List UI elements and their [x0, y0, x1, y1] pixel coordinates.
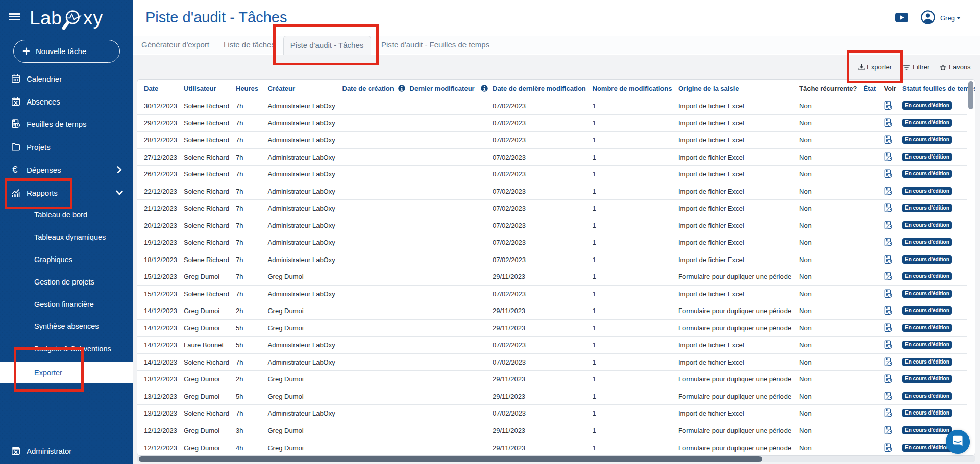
- cell: Solene Richard: [184, 239, 229, 246]
- filter-button[interactable]: Filtrer: [903, 63, 929, 72]
- cell: Administrateur LabOxy: [268, 153, 335, 161]
- col-dernier-modificateur[interactable]: Dernier modificateur: [410, 85, 475, 92]
- info-icon[interactable]: [481, 85, 488, 92]
- calendar-x-icon: [11, 446, 20, 455]
- sidebar-subitem-graphiques[interactable]: Graphiques: [0, 248, 133, 271]
- cell: 7h: [236, 290, 243, 297]
- view-history-icon[interactable]: [884, 272, 893, 281]
- tab-generateur-export[interactable]: Générateur d'export: [141, 36, 209, 54]
- cell: 1: [593, 426, 596, 434]
- user-avatar-icon[interactable]: [921, 10, 935, 24]
- sidebar-subitem-budgets-subventions[interactable]: Budgets & Subventions: [0, 338, 133, 360]
- view-history-icon[interactable]: [884, 135, 893, 144]
- status-badge: En cours d'édition: [902, 306, 952, 315]
- view-history-icon[interactable]: [884, 323, 893, 332]
- status-badge: En cours d'édition: [902, 187, 952, 195]
- cell: 7h: [236, 204, 243, 212]
- sidebar-subitem-tableau-de-bord[interactable]: Tableau de bord: [0, 203, 133, 226]
- view-history-icon[interactable]: [884, 203, 893, 213]
- table-card: Date Utilisateur Heures Créateur Date de…: [137, 79, 975, 456]
- cell: Non: [799, 153, 812, 161]
- cell: Greg Dumoi: [184, 324, 219, 331]
- cell: 07/02/2023: [493, 341, 526, 349]
- view-history-icon[interactable]: [884, 221, 893, 230]
- sidebar-item-administrator[interactable]: Administrator: [0, 440, 133, 462]
- col-date[interactable]: Date: [144, 85, 158, 92]
- sidebar-item-depenses[interactable]: € Dépenses: [0, 159, 133, 181]
- table-row: 14/12/2023Greg Dumoi5hGreg Dumoi29/11/20…: [137, 320, 967, 337]
- table-row: 12/12/2023Greg Dumoi4hGreg Dumoi29/11/20…: [137, 439, 967, 456]
- sidebar-subitem-gestion-de-projets[interactable]: Gestion de projets: [0, 271, 133, 293]
- col-statut-feuilles[interactable]: Statut feuilles de temps: [902, 85, 975, 92]
- sidebar-item-feuilles-de-temps[interactable]: Feuilles de temps: [0, 113, 133, 135]
- cell: 29/11/2023: [493, 307, 525, 315]
- col-origine-saisie[interactable]: Origine de la saisie: [678, 85, 739, 92]
- view-history-icon[interactable]: [884, 426, 893, 435]
- cell: 07/02/2023: [493, 153, 526, 161]
- table-row: 15/12/2023Solene Richard7hAdministrateur…: [137, 286, 967, 303]
- sidebar-subitem-tableaux-dynamiques[interactable]: Tableaux dynamiques: [0, 226, 133, 248]
- logo-text-xy: xy: [83, 8, 103, 29]
- tab-liste-de-taches[interactable]: Liste de tâches: [224, 36, 275, 54]
- view-history-icon[interactable]: [884, 374, 893, 383]
- view-history-icon[interactable]: [884, 187, 893, 196]
- view-history-icon[interactable]: [884, 289, 893, 298]
- sidebar-item-absences[interactable]: Absences: [0, 90, 133, 113]
- view-history-icon[interactable]: [884, 443, 893, 452]
- table-row: 14/12/2023Laure Bonnet5hAdministrateur L…: [137, 337, 967, 354]
- user-menu[interactable]: Greg: [940, 13, 961, 22]
- cell: Administrateur LabOxy: [268, 358, 335, 366]
- cell: 07/02/2023: [493, 255, 526, 263]
- col-date-derniere-modification[interactable]: Date de dernière modification: [493, 85, 586, 92]
- cell: 2h: [236, 307, 243, 315]
- view-history-icon[interactable]: [884, 169, 893, 178]
- cell: 14/12/2023: [144, 324, 177, 331]
- vertical-scrollbar-thumb[interactable]: [968, 81, 973, 109]
- cell: 07/02/2023: [493, 221, 526, 229]
- plus-icon: [22, 47, 30, 55]
- cell: Greg Dumoi: [268, 273, 304, 280]
- tab-piste-audit-feuilles[interactable]: Piste d'audit - Feuilles de temps: [381, 36, 489, 54]
- sidebar-subitem-gestion-financiere[interactable]: Gestion financière: [0, 293, 133, 316]
- view-history-icon[interactable]: [884, 152, 893, 162]
- view-history-icon[interactable]: [884, 340, 893, 349]
- cell: Non: [799, 102, 812, 110]
- view-history-icon[interactable]: [884, 238, 893, 247]
- cell: Non: [799, 204, 812, 212]
- cell: 1: [593, 290, 596, 297]
- sidebar-item-projets[interactable]: Projets: [0, 136, 133, 158]
- horizontal-scrollbar-thumb[interactable]: [139, 456, 762, 462]
- col-utilisateur[interactable]: Utilisateur: [184, 85, 216, 92]
- view-history-icon[interactable]: [884, 408, 893, 418]
- favorites-button[interactable]: Favoris: [940, 63, 971, 72]
- col-nombre-modifications[interactable]: Nombre de modifications: [593, 85, 672, 92]
- col-etat[interactable]: État: [864, 85, 876, 92]
- cell: 1: [593, 119, 596, 126]
- col-createur[interactable]: Créateur: [268, 85, 295, 92]
- tab-piste-audit-taches[interactable]: Piste d'audit - Tâches: [283, 36, 371, 55]
- cell: 7h: [236, 358, 243, 366]
- sidebar-subitem-synthese-absences[interactable]: Synthèse absences: [0, 315, 133, 338]
- sidebar-item-rapports[interactable]: Rapports: [0, 182, 133, 204]
- cell: 1: [593, 153, 596, 161]
- view-history-icon[interactable]: [884, 101, 893, 110]
- sidebar-item-calendrier[interactable]: Calendrier: [0, 67, 133, 90]
- view-history-icon[interactable]: [884, 306, 893, 315]
- euro-icon: €: [11, 165, 20, 174]
- info-icon[interactable]: [398, 85, 405, 92]
- cell: 4h: [236, 444, 243, 451]
- horizontal-scrollbar-track[interactable]: [137, 456, 975, 462]
- chat-bubble-button[interactable]: [946, 430, 970, 454]
- new-task-button[interactable]: Nouvelle tâche: [13, 40, 120, 63]
- cell: Import de fichier Excel: [678, 119, 744, 126]
- col-heures[interactable]: Heures: [236, 85, 258, 92]
- view-history-icon[interactable]: [884, 118, 893, 127]
- col-date-creation[interactable]: Date de création: [342, 85, 394, 92]
- cell: 20/12/2023: [144, 221, 177, 229]
- sidebar-subitem-exporter[interactable]: Exporter: [0, 362, 133, 383]
- view-history-icon[interactable]: [884, 357, 893, 367]
- export-button[interactable]: Exporter: [858, 63, 892, 72]
- view-history-icon[interactable]: [884, 392, 893, 401]
- video-tutorial-icon[interactable]: [895, 13, 908, 22]
- view-history-icon[interactable]: [884, 255, 893, 264]
